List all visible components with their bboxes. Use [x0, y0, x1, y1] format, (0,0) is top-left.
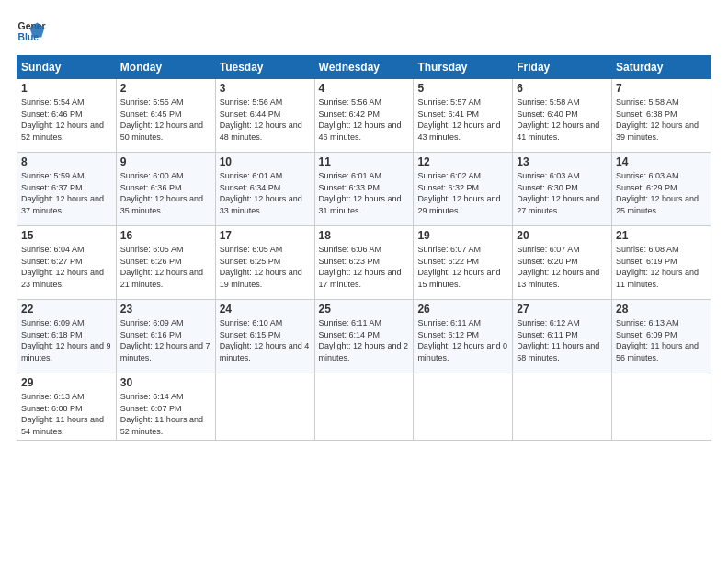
day-number: 23	[120, 303, 211, 316]
calendar-cell: 5Sunrise: 5:57 AMSunset: 6:41 PMDaylight…	[414, 79, 513, 153]
calendar-week-3: 15Sunrise: 6:04 AMSunset: 6:27 PMDayligh…	[17, 226, 711, 300]
calendar-cell: 20Sunrise: 6:07 AMSunset: 6:20 PMDayligh…	[513, 226, 612, 300]
weekday-friday: Friday	[513, 56, 612, 79]
day-number: 12	[417, 155, 508, 168]
day-number: 25	[319, 303, 410, 316]
page-header: General Blue	[17, 17, 711, 46]
calendar-cell: 26Sunrise: 6:11 AMSunset: 6:12 PMDayligh…	[414, 300, 513, 373]
day-number: 2	[120, 82, 211, 95]
day-number: 5	[417, 82, 508, 95]
day-info: Sunrise: 6:09 AMSunset: 6:18 PMDaylight:…	[21, 317, 112, 363]
day-info: Sunrise: 6:03 AMSunset: 6:30 PMDaylight:…	[517, 170, 608, 216]
weekday-header-row: SundayMondayTuesdayWednesdayThursdayFrid…	[17, 56, 711, 79]
weekday-monday: Monday	[116, 56, 215, 79]
calendar-week-5: 29Sunrise: 6:13 AMSunset: 6:08 PMDayligh…	[17, 373, 711, 441]
day-info: Sunrise: 6:02 AMSunset: 6:32 PMDaylight:…	[417, 170, 508, 216]
day-info: Sunrise: 6:04 AMSunset: 6:27 PMDaylight:…	[21, 244, 112, 290]
day-info: Sunrise: 5:56 AMSunset: 6:44 PMDaylight:…	[220, 97, 311, 143]
calendar-cell: 4Sunrise: 5:56 AMSunset: 6:42 PMDaylight…	[314, 79, 414, 153]
calendar-cell: 10Sunrise: 6:01 AMSunset: 6:34 PMDayligh…	[215, 153, 314, 226]
calendar-cell: 27Sunrise: 6:12 AMSunset: 6:11 PMDayligh…	[513, 300, 612, 373]
calendar-cell: 29Sunrise: 6:13 AMSunset: 6:08 PMDayligh…	[17, 373, 117, 441]
day-info: Sunrise: 6:05 AMSunset: 6:25 PMDaylight:…	[220, 244, 311, 290]
day-number: 8	[21, 155, 112, 168]
day-number: 10	[220, 155, 311, 168]
day-number: 3	[220, 82, 311, 95]
weekday-saturday: Saturday	[612, 56, 711, 79]
calendar-cell: 15Sunrise: 6:04 AMSunset: 6:27 PMDayligh…	[17, 226, 117, 300]
calendar-cell: 17Sunrise: 6:05 AMSunset: 6:25 PMDayligh…	[215, 226, 314, 300]
day-info: Sunrise: 6:05 AMSunset: 6:26 PMDaylight:…	[120, 244, 211, 290]
calendar-cell: 1Sunrise: 5:54 AMSunset: 6:46 PMDaylight…	[17, 79, 117, 153]
calendar-week-1: 1Sunrise: 5:54 AMSunset: 6:46 PMDaylight…	[17, 79, 711, 153]
day-number: 11	[319, 155, 410, 168]
day-info: Sunrise: 6:12 AMSunset: 6:11 PMDaylight:…	[517, 317, 608, 363]
logo: General Blue	[17, 17, 50, 46]
weekday-thursday: Thursday	[414, 56, 513, 79]
calendar-cell: 8Sunrise: 5:59 AMSunset: 6:37 PMDaylight…	[17, 153, 117, 226]
day-number: 20	[517, 229, 608, 242]
calendar-cell: 13Sunrise: 6:03 AMSunset: 6:30 PMDayligh…	[513, 153, 612, 226]
day-number: 9	[120, 155, 211, 168]
day-info: Sunrise: 5:58 AMSunset: 6:40 PMDaylight:…	[517, 97, 608, 143]
calendar-cell: 18Sunrise: 6:06 AMSunset: 6:23 PMDayligh…	[314, 226, 414, 300]
calendar-cell: 28Sunrise: 6:13 AMSunset: 6:09 PMDayligh…	[612, 300, 711, 373]
calendar-cell: 3Sunrise: 5:56 AMSunset: 6:44 PMDaylight…	[215, 79, 314, 153]
calendar-cell	[513, 373, 612, 441]
day-info: Sunrise: 5:59 AMSunset: 6:37 PMDaylight:…	[21, 170, 112, 216]
day-number: 6	[517, 82, 608, 95]
calendar-cell: 9Sunrise: 6:00 AMSunset: 6:36 PMDaylight…	[116, 153, 215, 226]
calendar-cell: 21Sunrise: 6:08 AMSunset: 6:19 PMDayligh…	[612, 226, 711, 300]
day-number: 26	[417, 303, 508, 316]
calendar-cell: 7Sunrise: 5:58 AMSunset: 6:38 PMDaylight…	[612, 79, 711, 153]
day-info: Sunrise: 6:00 AMSunset: 6:36 PMDaylight:…	[120, 170, 211, 216]
day-info: Sunrise: 6:08 AMSunset: 6:19 PMDaylight:…	[616, 244, 707, 290]
day-number: 14	[616, 155, 707, 168]
weekday-tuesday: Tuesday	[215, 56, 314, 79]
day-info: Sunrise: 6:03 AMSunset: 6:29 PMDaylight:…	[616, 170, 707, 216]
calendar-cell: 19Sunrise: 6:07 AMSunset: 6:22 PMDayligh…	[414, 226, 513, 300]
day-number: 19	[417, 229, 508, 242]
day-info: Sunrise: 5:54 AMSunset: 6:46 PMDaylight:…	[21, 97, 112, 143]
calendar-cell: 16Sunrise: 6:05 AMSunset: 6:26 PMDayligh…	[116, 226, 215, 300]
calendar-cell	[414, 373, 513, 441]
calendar-table: SundayMondayTuesdayWednesdayThursdayFrid…	[17, 55, 711, 441]
day-number: 7	[616, 82, 707, 95]
day-info: Sunrise: 5:58 AMSunset: 6:38 PMDaylight:…	[616, 97, 707, 143]
day-info: Sunrise: 5:55 AMSunset: 6:45 PMDaylight:…	[120, 97, 211, 143]
day-number: 13	[517, 155, 608, 168]
calendar-cell: 11Sunrise: 6:01 AMSunset: 6:33 PMDayligh…	[314, 153, 414, 226]
day-info: Sunrise: 5:56 AMSunset: 6:42 PMDaylight:…	[319, 97, 410, 143]
calendar-cell: 22Sunrise: 6:09 AMSunset: 6:18 PMDayligh…	[17, 300, 117, 373]
day-number: 21	[616, 229, 707, 242]
day-number: 17	[220, 229, 311, 242]
day-number: 30	[120, 376, 211, 389]
day-info: Sunrise: 6:07 AMSunset: 6:20 PMDaylight:…	[517, 244, 608, 290]
day-number: 1	[21, 82, 112, 95]
calendar-cell: 23Sunrise: 6:09 AMSunset: 6:16 PMDayligh…	[116, 300, 215, 373]
day-info: Sunrise: 6:06 AMSunset: 6:23 PMDaylight:…	[319, 244, 410, 290]
calendar-cell	[215, 373, 314, 441]
calendar-week-2: 8Sunrise: 5:59 AMSunset: 6:37 PMDaylight…	[17, 153, 711, 226]
weekday-sunday: Sunday	[17, 56, 117, 79]
calendar-cell	[314, 373, 414, 441]
day-info: Sunrise: 6:07 AMSunset: 6:22 PMDaylight:…	[417, 244, 508, 290]
day-info: Sunrise: 6:09 AMSunset: 6:16 PMDaylight:…	[120, 317, 211, 363]
day-info: Sunrise: 5:57 AMSunset: 6:41 PMDaylight:…	[417, 97, 508, 143]
calendar-cell: 2Sunrise: 5:55 AMSunset: 6:45 PMDaylight…	[116, 79, 215, 153]
day-number: 16	[120, 229, 211, 242]
day-info: Sunrise: 6:13 AMSunset: 6:09 PMDaylight:…	[616, 317, 707, 363]
day-number: 4	[319, 82, 410, 95]
calendar-cell: 12Sunrise: 6:02 AMSunset: 6:32 PMDayligh…	[414, 153, 513, 226]
day-number: 18	[319, 229, 410, 242]
day-info: Sunrise: 6:10 AMSunset: 6:15 PMDaylight:…	[220, 317, 311, 363]
day-info: Sunrise: 6:11 AMSunset: 6:12 PMDaylight:…	[417, 317, 508, 363]
calendar-week-4: 22Sunrise: 6:09 AMSunset: 6:18 PMDayligh…	[17, 300, 711, 373]
logo-icon: General Blue	[17, 17, 46, 46]
calendar-cell: 25Sunrise: 6:11 AMSunset: 6:14 PMDayligh…	[314, 300, 414, 373]
day-number: 22	[21, 303, 112, 316]
day-number: 27	[517, 303, 608, 316]
day-number: 28	[616, 303, 707, 316]
calendar-cell: 30Sunrise: 6:14 AMSunset: 6:07 PMDayligh…	[116, 373, 215, 441]
day-info: Sunrise: 6:01 AMSunset: 6:33 PMDaylight:…	[319, 170, 410, 216]
